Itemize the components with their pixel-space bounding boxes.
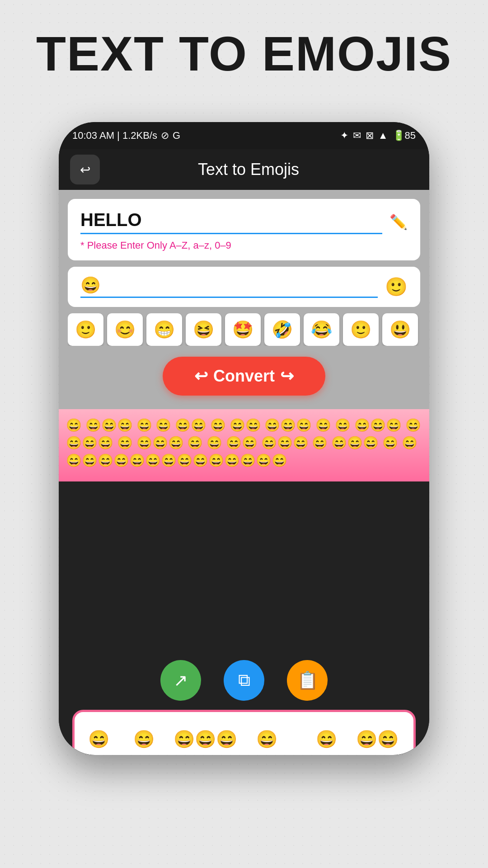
status-right: ✦ ✉ ⊠ ▲ 🔋85 [340,130,416,142]
text-input-card: ✏️ * Please Enter Only A–Z, a–z, 0–9 [68,199,420,260]
status-left: 10:03 AM | 1.2KB/s ⊘ G [72,130,180,142]
copy-button[interactable]: ⧉ [224,660,264,701]
back-button[interactable]: ↩ [70,155,100,184]
app-bar-title: Text to Emojis [109,160,388,179]
emoji-input[interactable] [80,276,378,298]
arrow-right-icon: ↪ [280,367,294,386]
emoji-key-4[interactable]: 😆 [186,313,221,346]
emoji-key-2[interactable]: 😊 [107,313,143,346]
phone-device: 10:03 AM | 1.2KB/s ⊘ G ✦ ✉ ⊠ ▲ 🔋85 ↩ Tex… [59,122,429,755]
emoji-key-7[interactable]: 😂 [304,313,339,346]
battery-icon: 🔋85 [393,130,416,142]
action-buttons: ↗ ⧉ 📋 [59,660,429,701]
network-icon: ⊘ [161,130,169,142]
share-icon: ↗ [174,670,188,690]
status-bar: 10:03 AM | 1.2KB/s ⊘ G ✦ ✉ ⊠ ▲ 🔋85 [59,122,429,149]
emoji-key-5[interactable]: 🤩 [225,313,261,346]
text-input-row: ✏️ [80,210,408,234]
input-hint: * Please Enter Only A–Z, a–z, 0–9 [80,240,408,251]
wifi-bars-icon: ▲ [378,130,388,142]
emoji-key-3[interactable]: 😁 [146,313,182,346]
wifi-icon: ⊠ [366,130,374,142]
edit-icon: ✏️ [389,213,408,231]
copy-icon: ⧉ [238,670,250,690]
convert-button[interactable]: ↩ Convert ↪ [163,357,325,396]
arrow-left-icon: ↩ [194,367,208,386]
carrier-icon: G [173,130,180,142]
convert-section: ↩ Convert ↪ [68,352,420,400]
phone-screen: 10:03 AM | 1.2KB/s ⊘ G ✦ ✉ ⊠ ▲ 🔋85 ↩ Tex… [59,122,429,755]
text-input[interactable] [80,210,382,234]
emoji-input-row: 🙂 [80,276,408,298]
share-button[interactable]: ↗ [160,660,201,701]
status-time: 10:03 AM | 1.2KB/s [72,130,157,142]
output-box: 😄 😄 😄😄😄 😄 😄 😄😄 😄 😄 😄 😄 😄 😄😄😄 😄😄😄 😄 😄😄😄 😄… [72,710,416,755]
emoji-keyboard: 🙂 😊 😁 😆 🤩 🤣 😂 🙂 😃 [68,313,420,346]
clipboard-button[interactable]: 📋 [287,660,328,701]
message-icon: ✉ [353,130,361,142]
back-icon: ↩ [80,162,90,177]
output-area: 😄 😄😄😄 😄 😄 😄😄 😄 😄😄 😄😄😄 😄 😄 😄😄😄 😄😄😄😄 😄 😄😄😄… [59,409,429,481]
bluetooth-icon: ✦ [340,130,348,142]
emoji-key-6[interactable]: 🤣 [264,313,300,346]
app-bar: ↩ Text to Emojis [59,149,429,190]
emoji-input-card: 🙂 [68,267,420,307]
output-emojis: 😄 😄 😄😄😄 😄 😄 😄😄 😄 😄 😄 😄 😄 😄😄😄 😄😄😄 😄 😄😄😄 😄… [88,726,400,755]
emoji-picker-icon[interactable]: 🙂 [385,276,408,297]
emoji-key-9[interactable]: 😃 [382,313,418,346]
convert-label: Convert [213,367,275,386]
page-title: TEXT TO EMOJIS [0,27,488,81]
clipboard-icon: 📋 [297,670,318,690]
emoji-key-8[interactable]: 🙂 [343,313,379,346]
main-content: ✏️ * Please Enter Only A–Z, a–z, 0–9 🙂 🙂… [59,190,429,409]
emoji-key-1[interactable]: 🙂 [68,313,103,346]
